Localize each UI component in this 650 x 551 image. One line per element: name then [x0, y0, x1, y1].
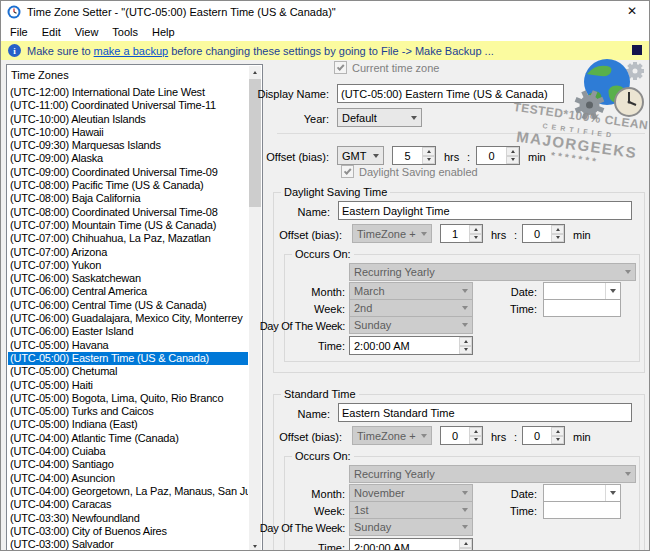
timezone-list-item[interactable]: (UTC-04:00) Caracas — [8, 498, 248, 511]
timezone-list-item[interactable]: (UTC-05:00) Eastern Time (US & Canada) — [8, 352, 248, 365]
spin-up-icon[interactable] — [506, 147, 519, 156]
timezone-list-item[interactable]: (UTC-09:30) Marquesas Islands — [8, 139, 248, 152]
year-combo[interactable]: Default — [337, 108, 422, 127]
current-time-zone-checkbox[interactable]: Current time zone — [334, 61, 439, 74]
dst-offset-mode-combo[interactable]: TimeZone + — [352, 224, 432, 243]
timezone-list-item[interactable]: (UTC-07:00) Chihuahua, La Paz, Mazatlan — [8, 232, 248, 245]
dst-offset-label: Offset (bias): — [279, 229, 342, 241]
timezone-list-item[interactable]: (UTC-08:00) Baja California — [8, 192, 248, 205]
spin-up-icon[interactable] — [459, 539, 472, 548]
chevron-down-icon — [457, 519, 472, 535]
spin-up-icon[interactable] — [551, 225, 564, 234]
dst-date-picker[interactable] — [543, 282, 621, 300]
timezone-list-item[interactable]: (UTC-06:00) Central America — [8, 285, 248, 298]
timezone-list-item[interactable]: (UTC-04:00) Atlantic Time (Canada) — [8, 432, 248, 445]
dst-month-combo[interactable]: March — [349, 282, 473, 300]
dst-minutes-spinner[interactable]: 0 — [522, 224, 565, 243]
dst-time-field[interactable] — [543, 299, 621, 317]
spin-down-icon[interactable] — [551, 436, 564, 445]
menu-item-help[interactable]: Help — [145, 24, 182, 40]
timezone-list-item[interactable]: (UTC-04:00) Santiago — [8, 458, 248, 471]
scroll-up-icon[interactable] — [249, 66, 261, 78]
timezone-list-item[interactable]: (UTC-05:00) Bogota, Lima, Quito, Rio Bra… — [8, 392, 248, 405]
timezone-list-item[interactable]: (UTC-05:00) Turks and Caicos — [8, 405, 248, 418]
dst-hours-spinner[interactable]: 1 — [440, 224, 483, 243]
timezone-list-item[interactable]: (UTC-05:00) Chetumal — [8, 365, 248, 378]
timezone-list-item[interactable]: (UTC-05:00) Havana — [8, 339, 248, 352]
spin-up-icon[interactable] — [551, 427, 564, 436]
spin-down-icon[interactable] — [469, 234, 482, 243]
std-date-picker[interactable] — [543, 484, 621, 502]
timezone-list-item[interactable]: (UTC-06:00) Guadalajara, Mexico City, Mo… — [8, 312, 248, 325]
dst-dow-combo[interactable]: Sunday — [349, 316, 473, 334]
chevron-down-icon — [620, 466, 635, 482]
timezone-list-item[interactable]: (UTC-05:00) Indiana (East) — [8, 418, 248, 431]
timezone-list-item[interactable]: (UTC-07:00) Yukon — [8, 259, 248, 272]
timezone-list-item[interactable]: (UTC-03:30) Newfoundland — [8, 512, 248, 525]
timezone-list-item[interactable]: (UTC-05:00) Haiti — [8, 379, 248, 392]
gmt-direction-combo[interactable]: GMT - — [337, 146, 384, 165]
check-icon — [344, 167, 351, 175]
timezone-list-item[interactable]: (UTC-10:00) Aleutian Islands — [8, 113, 248, 126]
dst-week-combo[interactable]: 2nd — [349, 299, 473, 317]
timezone-list-item[interactable]: (UTC-06:00) Central Time (US & Canada) — [8, 299, 248, 312]
std-recurrence-combo[interactable]: Recurring Yearly — [349, 465, 636, 483]
timezone-list-items: (UTC-12:00) International Date Line West… — [8, 86, 248, 551]
std-time-spinner[interactable]: 2:00:00 AM — [349, 538, 473, 551]
std-week-label: Week: — [314, 505, 345, 517]
offset-minutes-spinner[interactable]: 0 — [476, 146, 520, 165]
offset-hours-spinner[interactable]: 5 — [392, 146, 436, 165]
spin-down-icon[interactable] — [469, 436, 482, 445]
spin-up-icon[interactable] — [469, 427, 482, 436]
min-label: min — [528, 151, 546, 163]
timezone-list-item[interactable]: (UTC-03:00) City of Buenos Aires — [8, 525, 248, 538]
std-month-combo[interactable]: November — [349, 484, 473, 502]
make-backup-link[interactable]: make a backup — [94, 45, 169, 57]
timezone-list-item[interactable]: (UTC-06:00) Easter Island — [8, 325, 248, 338]
std-time-field[interactable] — [543, 501, 621, 519]
timezone-list-item[interactable]: (UTC-08:00) Coordinated Universal Time-0… — [8, 206, 248, 219]
close-button[interactable]: ✕ — [627, 5, 637, 17]
spin-down-icon[interactable] — [551, 234, 564, 243]
spin-up-icon[interactable] — [469, 225, 482, 234]
daylight-saving-enabled-checkbox[interactable]: Daylight Saving enabled — [341, 165, 478, 178]
timezone-list-item[interactable]: (UTC-10:00) Hawaii — [8, 126, 248, 139]
dst-name-input[interactable] — [338, 201, 632, 220]
scroll-down-icon[interactable] — [249, 540, 261, 551]
timezone-list-item[interactable]: (UTC-03:00) Salvador — [8, 538, 248, 551]
timezone-list-item[interactable]: (UTC-04:00) Asuncion — [8, 472, 248, 485]
titlebar[interactable]: Time Zone Setter - "(UTC-05:00) Eastern … — [1, 1, 649, 22]
spin-down-icon[interactable] — [506, 156, 519, 165]
std-name-input[interactable] — [338, 403, 632, 422]
dst-time-spinner[interactable]: 2:00:00 AM — [349, 336, 473, 355]
timezone-list-item[interactable]: (UTC-09:00) Alaska — [8, 152, 248, 165]
timezone-list-item[interactable]: (UTC-04:00) Georgetown, La Paz, Manaus, … — [8, 485, 248, 498]
std-hours-spinner[interactable]: 0 — [440, 426, 483, 445]
spin-down-icon[interactable] — [459, 346, 472, 355]
timezone-list-item[interactable]: (UTC-08:00) Pacific Time (US & Canada) — [8, 179, 248, 192]
colon-label: : — [467, 151, 470, 163]
menubar: FileEditViewToolsHelp — [1, 22, 649, 41]
menu-item-edit[interactable]: Edit — [35, 24, 68, 40]
spin-up-icon[interactable] — [422, 147, 435, 156]
timezone-list-item[interactable]: (UTC-12:00) International Date Line West — [8, 86, 248, 99]
timezone-list-item[interactable]: (UTC-04:00) Cuiaba — [8, 445, 248, 458]
timezone-list-item[interactable]: (UTC-07:00) Arizona — [8, 246, 248, 259]
scrollbar[interactable] — [249, 66, 261, 551]
menu-item-file[interactable]: File — [3, 24, 35, 40]
timezone-list-item[interactable]: (UTC-07:00) Mountain Time (US & Canada) — [8, 219, 248, 232]
std-offset-mode-combo[interactable]: TimeZone + — [352, 426, 432, 445]
std-dow-combo[interactable]: Sunday — [349, 518, 473, 536]
display-name-input[interactable] — [337, 84, 564, 103]
spin-down-icon[interactable] — [422, 156, 435, 165]
dst-recurrence-combo[interactable]: Recurring Yearly — [349, 263, 636, 281]
spin-down-icon[interactable] — [459, 548, 472, 551]
timezone-list-item[interactable]: (UTC-09:00) Coordinated Universal Time-0… — [8, 166, 248, 179]
spin-up-icon[interactable] — [459, 337, 472, 346]
menu-item-view[interactable]: View — [68, 24, 106, 40]
std-week-combo[interactable]: 1st — [349, 501, 473, 519]
timezone-list-item[interactable]: (UTC-11:00) Coordinated Universal Time-1… — [8, 99, 248, 112]
std-minutes-spinner[interactable]: 0 — [522, 426, 565, 445]
timezone-list-item[interactable]: (UTC-06:00) Saskatchewan — [8, 272, 248, 285]
menu-item-tools[interactable]: Tools — [105, 24, 145, 40]
